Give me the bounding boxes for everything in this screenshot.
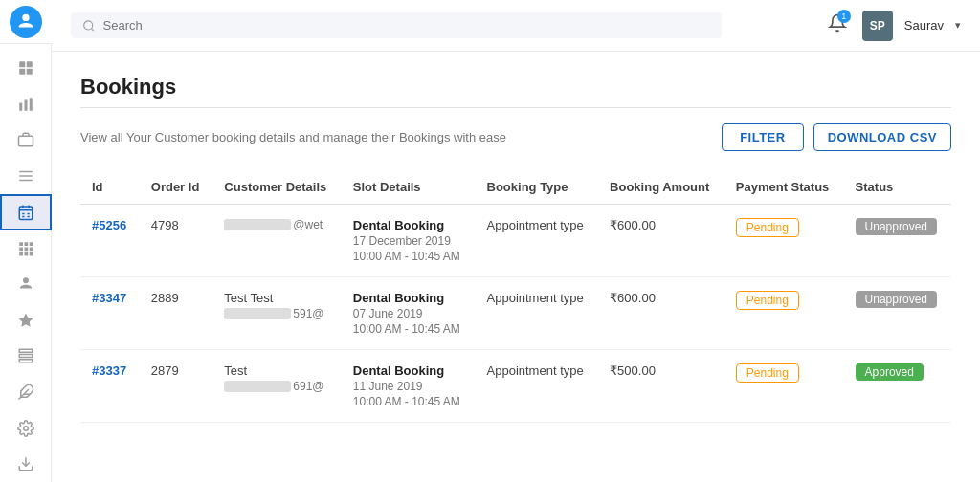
main-area: 1 SP Saurav ▾ Bookings View all Your Cus…: [52, 0, 980, 482]
svg-rect-20: [19, 242, 23, 246]
booking-time: 10:00 AM - 10:45 AM: [353, 322, 464, 336]
col-booking-type: Booking Type: [476, 170, 599, 205]
svg-rect-3: [19, 69, 25, 75]
payment-status-badge: Pending: [736, 291, 799, 310]
svg-point-0: [22, 13, 29, 20]
sidebar-item-list[interactable]: [0, 158, 52, 194]
table-row: #3337 2879 Test 691@ Dental Booking 11 J…: [80, 350, 951, 423]
cell-status: Unapproved: [844, 205, 951, 277]
user-name[interactable]: Saurav: [904, 18, 944, 33]
sidebar-item-star[interactable]: [0, 302, 52, 339]
download-csv-button[interactable]: DOWNLOAD CSV: [813, 123, 951, 151]
cell-slot: Dental Booking 17 December 2019 10:00 AM…: [342, 205, 476, 277]
svg-rect-33: [19, 360, 33, 362]
svg-rect-32: [19, 355, 33, 358]
table-row: #5256 4798 @wet Dental Booking 17 Decemb…: [80, 205, 951, 277]
booking-time: 10:00 AM - 10:45 AM: [353, 395, 464, 408]
booking-date: 07 June 2019: [353, 307, 464, 320]
cell-id: #5256: [80, 205, 140, 277]
svg-rect-25: [29, 247, 33, 251]
header: 1 SP Saurav ▾: [52, 0, 980, 52]
sidebar-item-user[interactable]: [0, 266, 52, 302]
search-input[interactable]: [103, 18, 710, 33]
col-status: Status: [844, 170, 951, 205]
cell-customer: @wet: [212, 205, 341, 277]
booking-title: Dental Booking: [353, 218, 464, 232]
page-title: Bookings: [80, 75, 951, 99]
svg-rect-5: [19, 102, 22, 110]
sidebar-item-menu[interactable]: [0, 339, 52, 375]
booking-title: Dental Booking: [353, 291, 464, 305]
svg-rect-23: [19, 247, 23, 251]
cell-order-id: 2889: [140, 277, 213, 350]
status-badge: Unapproved: [856, 291, 937, 308]
payment-status-badge: Pending: [736, 363, 799, 383]
svg-rect-22: [29, 242, 33, 246]
status-badge: Approved: [856, 363, 924, 381]
svg-rect-7: [29, 98, 32, 111]
cell-payment-status: Pending: [724, 277, 844, 350]
cell-id: #3347: [80, 277, 140, 350]
svg-rect-8: [18, 137, 33, 147]
sidebar-item-dashboard[interactable]: [0, 50, 52, 86]
cell-booking-type: Appointment type: [476, 205, 599, 277]
svg-rect-6: [24, 99, 27, 110]
notification-badge: 1: [837, 10, 851, 23]
svg-rect-12: [19, 207, 33, 220]
svg-point-29: [23, 277, 29, 283]
avatar[interactable]: SP: [862, 11, 893, 41]
sidebar-item-briefcase[interactable]: [0, 121, 52, 158]
booking-id-link[interactable]: #5256: [92, 218, 126, 232]
notification-button[interactable]: 1: [824, 10, 851, 41]
user-dropdown-chevron[interactable]: ▾: [955, 19, 961, 32]
svg-rect-26: [19, 252, 23, 255]
booking-id-link[interactable]: #3337: [92, 363, 126, 378]
svg-rect-31: [19, 350, 33, 353]
cell-amount: ₹600.00: [598, 205, 724, 277]
cell-payment-status: Pending: [724, 350, 844, 423]
logo-icon: [10, 6, 42, 38]
customer-name: Test: [224, 363, 329, 378]
booking-date: 17 December 2019: [353, 234, 464, 248]
sidebar-item-settings[interactable]: [0, 410, 52, 447]
cell-status: Unapproved: [844, 277, 951, 350]
svg-rect-28: [29, 252, 33, 255]
cell-id: #3337: [80, 350, 140, 423]
status-badge: Unapproved: [856, 218, 937, 235]
booking-id-link[interactable]: #3347: [92, 291, 126, 305]
cell-payment-status: Pending: [724, 205, 844, 277]
booking-title: Dental Booking: [353, 363, 464, 378]
sidebar-item-grid[interactable]: [0, 230, 52, 267]
cell-customer: Test Test 591@: [212, 277, 341, 350]
customer-email-blurred: [224, 219, 291, 230]
svg-rect-4: [26, 69, 32, 75]
sidebar-item-download[interactable]: [0, 446, 52, 482]
bookings-table: Id Order Id Customer Details Slot Detail…: [80, 170, 951, 423]
col-slot-details: Slot Details: [342, 170, 476, 205]
customer-email-suffix: @wet: [293, 218, 323, 231]
filter-button[interactable]: FILTER: [722, 123, 804, 151]
svg-rect-24: [24, 247, 28, 251]
sidebar: [0, 0, 52, 482]
customer-email-suffix: 591@: [293, 307, 323, 320]
svg-line-39: [91, 28, 93, 30]
sidebar-item-analytics[interactable]: [0, 86, 52, 122]
col-payment-status: Payment Status: [724, 170, 844, 205]
bookings-table-wrap: Id Order Id Customer Details Slot Detail…: [80, 170, 951, 423]
content: Bookings View all Your Customer booking …: [52, 52, 980, 482]
booking-date: 11 June 2019: [353, 380, 464, 393]
cell-slot: Dental Booking 07 June 2019 10:00 AM - 1…: [342, 277, 476, 350]
cell-order-id: 2879: [140, 350, 213, 423]
search-box[interactable]: [71, 12, 722, 38]
sidebar-item-puzzle[interactable]: [0, 374, 52, 410]
header-actions: FILTER DOWNLOAD CSV: [722, 123, 951, 151]
sidebar-item-bookings[interactable]: [0, 194, 52, 230]
cell-amount: ₹500.00: [598, 350, 724, 423]
col-order-id: Order Id: [140, 170, 213, 205]
cell-order-id: 4798: [140, 205, 213, 277]
customer-email-suffix: 691@: [293, 380, 323, 393]
cell-slot: Dental Booking 11 June 2019 10:00 AM - 1…: [342, 350, 476, 423]
table-row: #3347 2889 Test Test 591@ Dental Booking…: [80, 277, 951, 350]
content-header: View all Your Customer booking details a…: [80, 123, 951, 151]
cell-status: Approved: [844, 350, 951, 423]
